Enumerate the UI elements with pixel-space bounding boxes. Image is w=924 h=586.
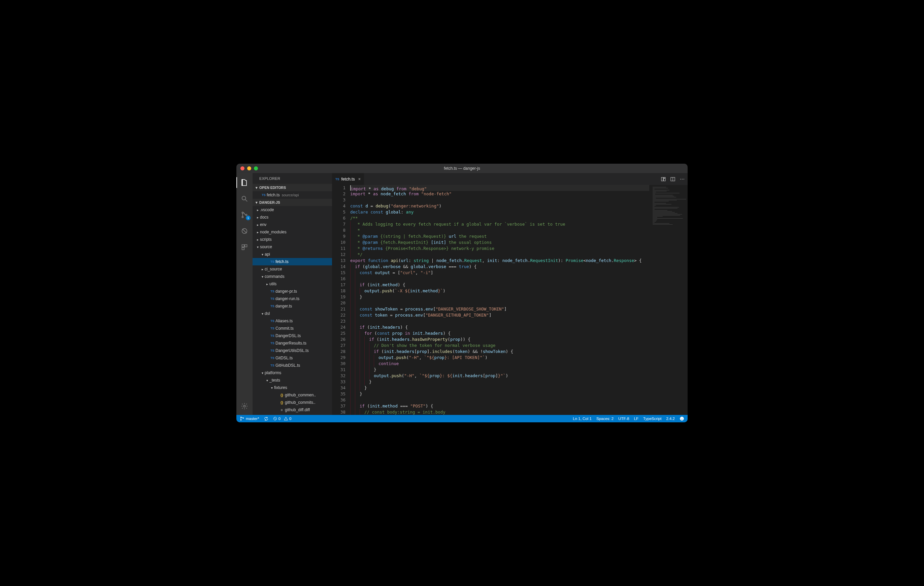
chevron-down-icon: ▾ [254,200,259,205]
tree-item-label: fetch.ts [276,259,289,264]
eol-status[interactable]: LF [634,417,639,421]
ts-file-icon: TS [269,319,276,323]
file-item[interactable]: TSDangerUtilsDSL.ts [252,347,332,354]
ts-file-icon: TS [269,356,276,360]
svg-point-24 [680,417,684,421]
explorer-icon[interactable] [236,176,252,189]
folder-item[interactable]: ▸scripts [252,236,332,243]
extensions-icon[interactable] [236,241,252,254]
folder-item[interactable]: ▸.vscode [252,206,332,213]
indentation-status[interactable]: Spaces: 2 [596,417,614,421]
svg-point-16 [680,178,681,179]
close-tab-icon[interactable]: × [358,177,361,182]
sync-status[interactable] [264,417,268,421]
close-window-button[interactable] [241,167,244,170]
folder-item[interactable]: ▸docs [252,213,332,221]
editor-area: TS fetch.ts × [332,173,688,415]
ts-file-icon: TS [269,260,276,263]
settings-gear-icon[interactable] [236,399,252,413]
folder-item[interactable]: ▸node_modules [252,228,332,236]
tab-fetch-ts[interactable]: TS fetch.ts × [332,173,365,185]
cursor-position-status[interactable]: Ln 1, Col 1 [573,417,592,421]
file-item[interactable]: TSDangerDSL.ts [252,332,332,340]
typescript-file-icon: TS [335,177,340,181]
typescript-version-status[interactable]: 2.4.2 [666,417,675,421]
folder-item[interactable]: ▾platforms [252,369,332,376]
code-content[interactable]: import * as debug from "debug"import * a… [350,185,650,415]
minimap[interactable] [650,185,688,415]
folder-item[interactable]: ▾api [252,251,332,258]
split-editor-icon[interactable] [670,177,675,182]
code-editor[interactable]: 1234567891011121314151617181920212223242… [332,185,650,415]
ts-file-icon: TS [269,304,276,308]
svg-point-20 [241,419,241,420]
chevron-down-icon: ▾ [254,186,259,190]
debug-icon[interactable] [236,224,252,238]
folder-item[interactable]: ▾fixtures [252,384,332,391]
tree-item-label: Commit.ts [276,326,294,331]
minimize-window-button[interactable] [247,167,251,170]
tree-item-label: commands [265,274,285,279]
file-path-hint: source/api [282,193,299,197]
tree-item-label: fixtures [274,385,287,390]
typescript-file-icon: TS [261,193,267,197]
file-tree[interactable]: ▸.vscode▸docs▸env▸node_modules▸scripts▾s… [252,206,332,415]
maximize-window-button[interactable] [254,167,258,170]
file-item[interactable]: TSGitHubDSL.ts [252,362,332,369]
encoding-status[interactable]: UTF-8 [618,417,629,421]
svg-line-23 [274,418,276,419]
language-mode-status[interactable]: TypeScript [643,417,662,421]
svg-rect-7 [242,245,244,247]
chevron-right-icon: ▸ [255,230,260,234]
open-editors-header[interactable]: ▾ OPEN EDITORS [252,184,332,191]
json-file-icon: {} [279,393,285,397]
chevron-down-icon: ▾ [265,378,269,382]
svg-line-6 [243,229,247,233]
chevron-down-icon: ▾ [260,371,265,375]
feedback-icon[interactable] [680,416,684,421]
file-item[interactable]: TSCommit.ts [252,325,332,332]
search-icon[interactable] [236,192,252,205]
source-control-icon[interactable]: 1 [236,208,252,221]
folder-item[interactable]: ▾commands [252,273,332,280]
file-item[interactable]: {}github_commen.. [252,391,332,399]
sidebar-title: EXPLORER [252,173,332,184]
tab-label: fetch.ts [342,177,355,182]
folder-item[interactable]: ▾source [252,243,332,251]
file-item[interactable]: TSDangerResults.ts [252,340,332,347]
chevron-right-icon: ▸ [255,223,260,227]
project-header[interactable]: ▾ DANGER-JS [252,199,332,206]
problems-status[interactable]: 0 0 [273,417,292,421]
tree-item-label: dsl [265,311,270,316]
file-item[interactable]: TSAliases.ts [252,317,332,325]
activity-bar: 1 [236,173,252,415]
file-item[interactable]: TSdanger.ts [252,302,332,310]
svg-point-17 [682,178,683,179]
chevron-down-icon: ▾ [260,312,265,315]
more-actions-icon[interactable] [680,177,685,182]
svg-point-4 [246,214,247,216]
ts-file-icon: TS [269,349,276,352]
svg-point-18 [683,178,684,179]
chevron-right-icon: ▸ [260,267,265,271]
folder-item[interactable]: ▾dsl [252,310,332,317]
file-item[interactable]: ≡github_diff.diff [252,406,332,414]
git-branch-status[interactable]: master* [240,416,259,421]
folder-item[interactable]: ▸env [252,221,332,228]
file-item[interactable]: TSdanger-pr.ts [252,287,332,295]
tree-item-label: docs [260,215,268,220]
folder-item[interactable]: ▸utils [252,280,332,287]
svg-point-3 [242,216,243,218]
file-item[interactable]: TSdanger-run.ts [252,295,332,302]
folder-item[interactable]: ▸ci_source [252,266,332,273]
tree-item-label: scripts [260,237,272,242]
file-item[interactable]: TSGitDSL.ts [252,354,332,362]
open-editor-item[interactable]: TSfetch.tssource/api [252,191,332,199]
tree-item-label: github_commen.. [285,393,316,398]
compare-changes-icon[interactable] [661,177,666,182]
folder-item[interactable]: ▾_tests [252,376,332,384]
file-item[interactable]: TSfetch.ts [252,258,332,266]
file-item[interactable]: {}github_commits.. [252,399,332,406]
tree-item-label: GitDSL.ts [276,356,293,360]
titlebar[interactable]: fetch.ts — danger-js [236,164,688,173]
